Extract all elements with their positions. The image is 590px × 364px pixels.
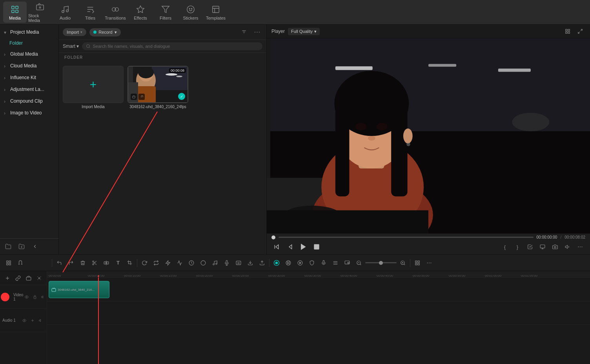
ruler-mark-9: 00:00:45:00 — [377, 275, 413, 277]
player-right-btns: { } — [500, 242, 585, 252]
player-code-end-btn[interactable]: } — [512, 242, 523, 252]
mic-btn[interactable] — [318, 257, 329, 268]
sidebar-item-image-to-video[interactable]: › Image to Video — [0, 107, 58, 119]
speed-btn[interactable] — [162, 257, 173, 268]
toolbar-audio[interactable]: Audio — [53, 2, 77, 23]
audio-eye-btn[interactable] — [21, 317, 28, 324]
add-item-btn[interactable] — [16, 241, 27, 252]
more-timeline-btn[interactable]: ··· — [424, 257, 435, 268]
quality-selector[interactable]: Full Quality ▾ — [288, 28, 320, 35]
player-screen-btn[interactable] — [537, 242, 548, 252]
crop-btn[interactable] — [124, 257, 135, 268]
player-progress-track[interactable] — [279, 237, 534, 238]
pip-btn[interactable] — [342, 257, 353, 268]
subtitle-btn[interactable] — [233, 257, 244, 268]
toolbar-effects[interactable]: Effects — [129, 2, 152, 23]
sidebar-folder-item[interactable]: Folder — [0, 38, 58, 48]
zoom-out-btn[interactable] — [353, 257, 364, 268]
collapse-sidebar-btn[interactable] — [29, 241, 41, 252]
player-more-btn[interactable]: ··· — [575, 242, 585, 252]
player-play-back-btn[interactable] — [285, 242, 295, 252]
toolbar-templates[interactable]: Templates — [204, 2, 228, 23]
expand-player-btn[interactable] — [575, 26, 585, 36]
color-btn[interactable] — [198, 257, 209, 268]
timeline-area: Video 1 — [0, 271, 590, 364]
zoom-in-btn[interactable] — [397, 257, 408, 268]
player-play-btn[interactable] — [298, 242, 308, 252]
shield-btn[interactable] — [306, 257, 317, 268]
grid-view-btn[interactable] — [412, 257, 423, 268]
audio-vol-btn[interactable] — [37, 317, 44, 324]
record-circle-btn[interactable] — [271, 257, 282, 268]
rotate-btn[interactable] — [139, 257, 150, 268]
zoom-slider-thumb[interactable] — [379, 261, 383, 265]
redo-btn[interactable] — [66, 257, 76, 268]
more-options-button[interactable]: ··· — [252, 27, 262, 37]
video-clip[interactable]: 3048162-uhd_3840_216... — [49, 281, 109, 298]
audio-add-btn[interactable] — [29, 317, 36, 324]
player-mark-btn[interactable] — [525, 242, 535, 252]
player-snapshot-btn[interactable] — [550, 242, 560, 252]
audio-track-controls — [21, 317, 44, 324]
toolbar-filters[interactable]: Filters — [154, 2, 177, 23]
player-volume-btn[interactable] — [563, 242, 573, 252]
add-track-btn[interactable] — [2, 273, 12, 283]
undo-btn[interactable] — [54, 257, 65, 268]
player-stop-btn[interactable] — [311, 242, 322, 252]
toolbar-stock-media[interactable]: Stock Media — [28, 2, 52, 23]
video-eye-btn[interactable] — [23, 293, 30, 301]
group-track-btn[interactable] — [24, 273, 34, 283]
split-btn[interactable] — [101, 257, 112, 268]
video-vol-btn[interactable] — [40, 293, 47, 301]
transition-btn[interactable] — [174, 257, 185, 268]
sidebar-item-global-media[interactable]: › Global Media — [0, 48, 58, 60]
play-edit-btn[interactable] — [295, 257, 306, 268]
import-media-card[interactable]: + Import Media — [63, 66, 124, 109]
svg-rect-127 — [26, 277, 31, 280]
svg-point-57 — [355, 123, 366, 130]
toolbar-transitions[interactable]: Transitions — [104, 2, 127, 23]
player-video-content — [267, 38, 590, 234]
ai-track-btn[interactable] — [35, 273, 44, 283]
player-code-btn[interactable]: { — [500, 242, 510, 252]
record-button[interactable]: Record ▾ — [89, 28, 120, 36]
import-edit-btn[interactable] — [245, 257, 256, 268]
layout-view-btn[interactable] — [563, 26, 573, 36]
search-input[interactable] — [93, 44, 259, 49]
player-rewind-btn[interactable] — [271, 242, 282, 252]
multitrack-btn[interactable] — [330, 257, 341, 268]
toolbar-titles[interactable]: Titles — [78, 2, 102, 23]
export-btn[interactable] — [257, 257, 268, 268]
audio-edit-btn[interactable] — [209, 257, 220, 268]
text-btn[interactable]: T — [113, 257, 124, 268]
freeze-btn[interactable] — [186, 257, 197, 268]
smart-filter-button[interactable]: Smart ▾ — [63, 43, 79, 49]
video-file-card[interactable]: 00:00:08 — [127, 66, 188, 109]
svg-marker-135 — [39, 319, 41, 322]
toolbar-media[interactable]: Media — [3, 2, 27, 23]
svg-point-91 — [216, 263, 217, 264]
video-lock-btn[interactable] — [31, 293, 38, 301]
svg-point-81 — [93, 263, 94, 265]
snap-btn[interactable] — [3, 257, 14, 268]
ruler-mark-7: 00:00:35:00 — [304, 275, 341, 277]
ruler-mark-13: 00:01:05:00 — [521, 275, 557, 277]
flip-btn[interactable] — [151, 257, 162, 268]
sidebar-item-compound-clip[interactable]: › Compound Clip — [0, 95, 58, 107]
sidebar-item-influence-kit[interactable]: › Influence Kit — [0, 72, 58, 83]
toolbar-stickers[interactable]: Stickers — [179, 2, 202, 23]
ai-btn[interactable] — [283, 257, 294, 268]
sidebar-item-cloud-media[interactable]: › Cloud Media — [0, 60, 58, 72]
player-playhead[interactable] — [271, 235, 275, 239]
import-button[interactable]: Import ▾ — [63, 28, 86, 36]
magnet-btn[interactable] — [15, 257, 26, 268]
sidebar-item-project-media[interactable]: ▾ Project Media — [0, 26, 58, 38]
voiceover-btn[interactable] — [221, 257, 232, 268]
connect-track-btn[interactable] — [13, 273, 23, 283]
new-folder-btn[interactable] — [2, 241, 14, 252]
filter-button[interactable] — [239, 27, 249, 37]
cut-btn[interactable] — [89, 257, 100, 268]
sidebar-item-adjustment-layer[interactable]: › Adjustment La... — [0, 83, 58, 95]
delete-btn[interactable] — [77, 257, 88, 268]
svg-line-21 — [89, 47, 90, 48]
